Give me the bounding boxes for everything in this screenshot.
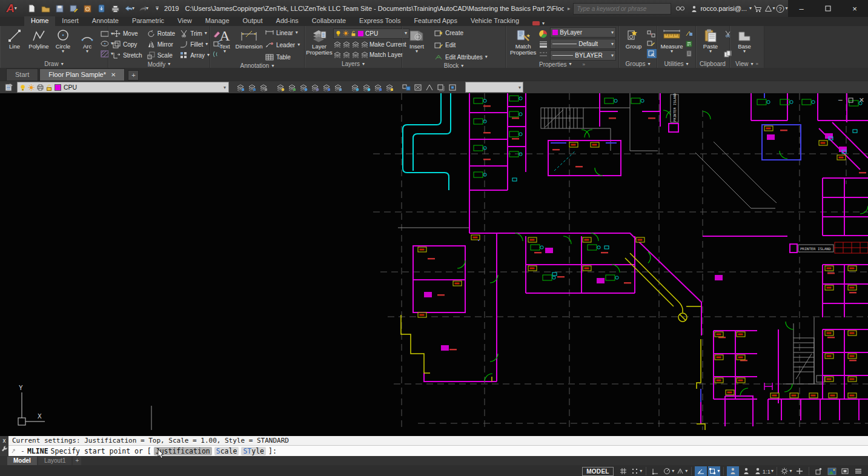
recent-commands-icon[interactable]	[11, 448, 18, 454]
plot-icon[interactable]	[110, 4, 121, 14]
option-style[interactable]: STyle	[241, 447, 266, 455]
layer-properties-manager-icon[interactable]	[4, 82, 15, 92]
trim-button[interactable]: Trim▾	[178, 28, 211, 39]
layer-merge-icon[interactable]	[401, 82, 412, 92]
layer-delete-icon[interactable]	[412, 82, 423, 92]
tab-view[interactable]: View	[171, 16, 199, 26]
panel-label-view[interactable]: View▾»	[730, 60, 764, 68]
stretch-button[interactable]: Stretch	[111, 50, 144, 61]
polyline-button[interactable]: Polyline	[27, 27, 51, 60]
quick-calc-icon[interactable]	[685, 39, 693, 48]
fillet-button[interactable]: Fillet▾	[178, 39, 211, 50]
restore-button[interactable]	[815, 0, 841, 17]
dimension-button[interactable]: Dimension	[237, 27, 261, 62]
floor-plan-drawing[interactable]: PRINTER ISLAND PRINTER ISLAND Y X	[0, 93, 868, 436]
layer-unlock-all-icon[interactable]	[384, 82, 395, 92]
application-menu-button[interactable]: A ▾	[1, 1, 22, 16]
new-drawing-tab-button[interactable]: +	[128, 70, 139, 81]
snap-mode-icon[interactable]: ▾	[631, 466, 643, 476]
layer-control-dropdown[interactable]: CPU ▾	[17, 82, 229, 93]
line-button[interactable]: Line	[2, 27, 27, 60]
search-input[interactable]	[573, 3, 671, 15]
make-current-button[interactable]: Make Current	[369, 39, 406, 50]
scale-button[interactable]: Scale	[145, 50, 177, 61]
layer-freeze-icon[interactable]	[298, 82, 309, 92]
layer-unisolate-icon[interactable]	[287, 82, 297, 92]
group-selection-icon[interactable]	[647, 49, 657, 58]
layout1-tab[interactable]: Layout1	[38, 457, 72, 465]
table-button[interactable]: Table	[263, 51, 302, 62]
arc-button[interactable]: Arc▾	[75, 27, 99, 60]
array-button[interactable]: Array▾	[178, 50, 211, 61]
annotation-scale-icon[interactable]: 1:1▾	[754, 466, 774, 476]
rotate-button[interactable]: Rotate	[145, 28, 177, 39]
help-icon[interactable]: ?▾	[776, 2, 788, 15]
signin-account[interactable]: rocco.parisi@... ▾	[690, 5, 752, 13]
object-snap-icon[interactable]: ▾	[708, 466, 720, 476]
move-button[interactable]: Move	[111, 28, 144, 39]
match-layer-button[interactable]: Match Layer	[369, 49, 403, 60]
layer-copy-icon[interactable]	[436, 82, 446, 92]
panel-label-groups[interactable]: Groups▾	[619, 60, 657, 68]
layer-thaw-all-icon[interactable]	[350, 82, 360, 92]
panel-label-clipboard[interactable]: Clipboard	[696, 60, 729, 68]
linear-button[interactable]: Linear▾	[263, 27, 302, 38]
model-space-button[interactable]: MODEL	[582, 467, 614, 476]
tab-home[interactable]: Home	[24, 16, 55, 26]
app-store-cart-icon[interactable]	[752, 2, 764, 15]
group-edit-icon[interactable]	[647, 39, 657, 48]
open-file-icon[interactable]	[41, 4, 51, 14]
option-scale[interactable]: Scale	[214, 447, 239, 455]
ungroup-icon[interactable]	[647, 29, 657, 38]
ortho-mode-icon[interactable]	[649, 466, 661, 476]
match-properties-button[interactable]: Match Properties	[508, 27, 538, 61]
layer-walk-icon[interactable]	[333, 82, 343, 92]
text-button[interactable]: AText▾	[213, 27, 237, 62]
panel-label-utilities[interactable]: Utilities▾	[657, 60, 695, 68]
annotation-autoscale-icon[interactable]	[740, 466, 752, 476]
layer-states-icon[interactable]	[258, 82, 269, 92]
panel-label-layers[interactable]: Layers▾	[305, 60, 402, 68]
make-current-layer-icon[interactable]	[235, 82, 246, 92]
edit-block-button[interactable]: Edit	[432, 39, 489, 50]
layer-isolate-icon[interactable]	[275, 82, 286, 92]
viewport-restore-icon[interactable]	[848, 98, 853, 103]
layer-properties-button[interactable]: Layer Properties	[307, 27, 331, 60]
new-file-icon[interactable]	[27, 4, 37, 14]
layer-off-icon[interactable]	[310, 82, 320, 92]
id-point-icon[interactable]	[685, 49, 693, 58]
file-tab-document[interactable]: Floor Plan Sample* ✕	[39, 68, 125, 81]
layer-vpfreeze-icon[interactable]	[447, 82, 458, 92]
command-customize-wrench-icon[interactable]	[1, 445, 8, 452]
layer-lock-fade-icon[interactable]	[373, 82, 383, 92]
open-from-web-mobile-icon[interactable]	[96, 4, 107, 14]
leader-button[interactable]: Leader▾	[263, 39, 302, 50]
group-button[interactable]: Group	[621, 27, 646, 60]
save-as-icon[interactable]	[68, 4, 79, 14]
tab-express-tools[interactable]: Express Tools	[353, 16, 407, 26]
tab-parametric[interactable]: Parametric	[125, 16, 171, 26]
edit-attributes-button[interactable]: Edit Attributes▾	[432, 51, 489, 62]
close-button[interactable]: ×	[841, 0, 868, 17]
panel-label-annotation[interactable]: Annotation▾	[210, 62, 304, 69]
create-block-button[interactable]: Create	[432, 27, 489, 38]
layer-match-icon[interactable]	[424, 82, 435, 92]
measure-button[interactable]: Measure▾	[660, 27, 684, 60]
isometric-drafting-icon[interactable]: ▾	[676, 466, 688, 476]
tab-output[interactable]: Output	[236, 16, 270, 26]
workspace-switching-icon[interactable]: ▾	[780, 466, 792, 476]
tab-add-ins[interactable]: Add-ins	[270, 16, 305, 26]
panel-label-modify[interactable]: Modify▾	[108, 61, 210, 68]
linetype-icon[interactable]	[539, 50, 548, 59]
panel-label-draw[interactable]: Draw▾	[0, 60, 108, 68]
ribbon-state-button[interactable]: ▾	[532, 21, 545, 26]
redo-button[interactable]: ▾	[138, 4, 148, 14]
viewport-minimize-icon[interactable]: –	[838, 96, 843, 104]
drawing-canvas[interactable]: – ✕	[0, 93, 868, 436]
undo-button[interactable]: ▾	[124, 4, 134, 14]
autodesk-app-store-icon[interactable]: ▾	[764, 2, 776, 15]
clean-screen-icon[interactable]	[839, 466, 851, 476]
polar-tracking-icon[interactable]: ▾	[663, 466, 675, 476]
lineweight-icon[interactable]	[539, 39, 548, 48]
circle-button[interactable]: Circle▾	[51, 27, 75, 60]
